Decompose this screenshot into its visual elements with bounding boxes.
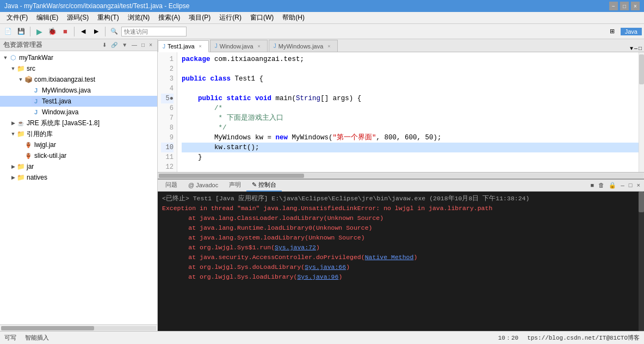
line-num-2: 2: [161, 64, 174, 74]
editor-hscroll-thumb[interactable]: [159, 174, 304, 178]
close-panel-button[interactable]: ×: [147, 41, 154, 48]
tab-minimize-button[interactable]: —: [634, 46, 637, 52]
console-tab-problems[interactable]: 问题: [160, 180, 183, 192]
menu-search[interactable]: 搜索(A): [154, 12, 184, 23]
minimize-button[interactable]: −: [609, 2, 618, 10]
save-button[interactable]: 💾: [15, 26, 27, 38]
tree-item-jar[interactable]: ▶ 📁 jar: [0, 161, 157, 172]
tree-item-natives[interactable]: ▶ 📁 natives: [0, 172, 157, 183]
tab-close-mywindows[interactable]: ×: [327, 44, 330, 49]
debug-button[interactable]: 🐞: [46, 26, 58, 38]
line-num-5: 5●: [161, 94, 174, 103]
folder-icon-reflibs: 📁: [16, 130, 25, 138]
tree-label-jre: JRE 系统库 [JavaSE-1.8]: [27, 119, 100, 128]
menu-file[interactable]: 文件(F): [2, 12, 32, 23]
left-scroll-bar[interactable]: [0, 324, 157, 331]
menu-project[interactable]: 项目(P): [184, 12, 215, 23]
link-sys72[interactable]: Sys.java:72: [275, 244, 316, 251]
console-controls: ■ 🗑 🔒 — □ ×: [589, 181, 642, 189]
menu-run[interactable]: 运行(R): [215, 12, 246, 23]
tree-item-window[interactable]: J Window.java: [0, 107, 157, 118]
console-tab-declaration[interactable]: 声明: [224, 180, 246, 192]
stop-button[interactable]: ■: [59, 26, 71, 38]
code-content[interactable]: package com.itxiaoangzai.test; public cl…: [177, 52, 644, 172]
menu-help[interactable]: 帮助(H): [278, 12, 309, 23]
perspective-button[interactable]: ⊞: [606, 26, 618, 38]
forward-button[interactable]: ▶: [90, 26, 102, 38]
tree-item-myTankWar[interactable]: ▼ ⬡ myTankWar: [0, 52, 157, 63]
run-button[interactable]: ▶: [33, 26, 45, 38]
link-editor-button[interactable]: 🔗: [109, 41, 119, 48]
panel-menu-button[interactable]: ▼: [120, 41, 129, 48]
tab-list-button[interactable]: ▼: [630, 46, 633, 52]
editor-tab-bar: J Test1.java × J Window.java × J MyWindo…: [158, 39, 644, 52]
tree-item-mywindows[interactable]: J MyWindows.java: [0, 85, 157, 96]
menu-navigate[interactable]: 浏览(N): [123, 12, 154, 23]
arrow-jar: ▶: [10, 164, 16, 169]
tree-item-slick[interactable]: 🏺 slick-util.jar: [0, 150, 157, 161]
quick-access-input[interactable]: [121, 27, 187, 36]
title-bar: Java - myTankWar/src/com/itxiaoangzai/te…: [0, 0, 644, 12]
line-num-3: 3: [161, 74, 174, 84]
code-line-3: public class Test1 {: [182, 74, 640, 84]
code-line-7: * 下面是游戏主入口: [182, 113, 640, 123]
link-sys66[interactable]: Sys.java:66: [305, 263, 346, 271]
code-line-2: [182, 64, 640, 74]
console-clear-btn[interactable]: 🗑: [597, 181, 606, 189]
tree-item-package[interactable]: ▼ 📦 com.itxiaoangzai.test: [0, 74, 157, 85]
editor-scroll-thumb[interactable]: [639, 54, 644, 84]
code-line-11: }: [182, 152, 640, 162]
console-stop-btn[interactable]: ■: [589, 182, 596, 189]
arrow-reflibs: ▼: [10, 131, 16, 137]
menu-source[interactable]: 源码(S): [63, 12, 93, 23]
maximize-button[interactable]: □: [620, 2, 629, 10]
editor-hscroll-track[interactable]: [159, 174, 643, 178]
tab-close-window[interactable]: ×: [258, 44, 261, 49]
line-num-10: 10: [161, 143, 174, 152]
console-scroll-thumb[interactable]: [639, 192, 644, 212]
console-maximize-btn[interactable]: □: [627, 182, 634, 189]
editor-bottom-scrollbar[interactable]: [158, 172, 644, 179]
collapse-all-button[interactable]: ⬇: [101, 41, 108, 48]
toolbar-separator-2: [74, 27, 75, 36]
link-native[interactable]: Native Method: [365, 254, 414, 261]
search-button[interactable]: 🔍: [108, 26, 120, 38]
folder-icon-jar: 📁: [16, 162, 25, 171]
tree-label-reflibs: 引用的库: [27, 130, 53, 139]
console-tab-console[interactable]: ✎ 控制台: [246, 180, 282, 192]
menu-edit[interactable]: 编辑(E): [32, 12, 63, 23]
line-num-8: 8: [161, 123, 174, 133]
minimize-panel-button[interactable]: —: [130, 41, 139, 48]
tree-item-reflibs[interactable]: ▼ 📁 引用的库: [0, 128, 157, 139]
scroll-thumb[interactable]: [1, 326, 94, 330]
new-button[interactable]: 📄: [2, 26, 14, 38]
tab-window[interactable]: J Window.java ×: [210, 40, 268, 52]
console-scroll-lock-btn[interactable]: 🔒: [607, 181, 618, 189]
tab-mywindows[interactable]: J MyWindows.java ×: [269, 40, 338, 52]
console-tab-javadoc[interactable]: @ Javadoc: [183, 180, 224, 192]
console-minimize-btn[interactable]: —: [619, 182, 626, 189]
status-url: tps://blog.csdn.net/IT@81CTO博客: [527, 334, 640, 342]
code-line-6: /*: [182, 103, 640, 113]
menu-refactor[interactable]: 重构(T): [93, 12, 123, 23]
tree-item-lwjgl[interactable]: 🏺 lwjgl.jar: [0, 139, 157, 150]
link-sys96[interactable]: Sys.java:96: [297, 273, 338, 280]
code-line-12: [182, 162, 640, 172]
tab-test1[interactable]: J Test1.java ×: [158, 40, 209, 52]
tree-item-test1[interactable]: J Test1.java: [0, 96, 157, 107]
tab-maximize-button[interactable]: □: [639, 46, 642, 52]
tree-item-src[interactable]: ▼ 📁 src: [0, 63, 157, 74]
project-icon: ⬡: [9, 53, 17, 62]
tree-item-jre[interactable]: ▶ ☕ JRE 系统库 [JavaSE-1.8]: [0, 118, 157, 128]
arrow-natives: ▶: [10, 175, 16, 180]
tab-close-test1[interactable]: ×: [199, 44, 202, 49]
maximize-panel-button[interactable]: □: [140, 41, 146, 48]
back-button[interactable]: ◀: [77, 26, 89, 38]
close-button[interactable]: ×: [631, 2, 640, 10]
java-perspective-badge[interactable]: Java: [621, 28, 642, 35]
console-vertical-scrollbar[interactable]: [639, 192, 644, 331]
menu-window[interactable]: 窗口(W): [246, 12, 278, 23]
console-close-btn[interactable]: ×: [635, 182, 642, 189]
scroll-track[interactable]: [1, 326, 156, 330]
editor-vertical-scrollbar[interactable]: [639, 52, 644, 172]
